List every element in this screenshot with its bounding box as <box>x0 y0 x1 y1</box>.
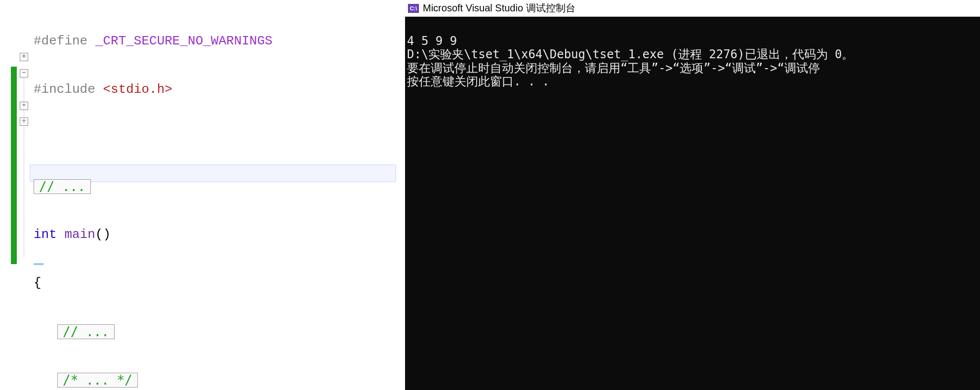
code-line[interactable]: { <box>34 275 335 291</box>
func-name-token: main <box>57 227 95 243</box>
outline-guide-line <box>24 78 24 257</box>
console-output[interactable]: 4 5 9 9 D:\实验夹\tset_1\x64\Debug\tset_1.e… <box>405 17 980 390</box>
line-end-marker <box>34 263 43 265</box>
include-token: <stdio.h> <box>95 81 172 98</box>
preproc-token: #define <box>34 33 87 49</box>
code-line[interactable]: int main () <box>34 227 335 243</box>
outline-toggle-plus-icon[interactable]: + <box>20 53 28 61</box>
collapsed-region[interactable]: /* ... */ <box>57 373 138 388</box>
code-line[interactable]: #include <stdio.h> <box>34 81 335 98</box>
collapsed-region[interactable]: // ... <box>34 179 91 194</box>
type-token: int <box>34 227 57 243</box>
console-titlebar[interactable]: C:\ Microsoft Visual Studio 调试控制台 <box>405 0 980 17</box>
code-area[interactable]: #define _CRT_SECURE_NO_WARNINGS #include… <box>34 1 335 390</box>
code-line[interactable] <box>34 130 335 146</box>
code-line[interactable]: /* ... */ <box>34 372 335 388</box>
brace-token: { <box>34 275 41 291</box>
code-editor[interactable]: + − + + #define _CRT_SECURE_NO_WARNINGS … <box>0 0 405 390</box>
outline-toggle-minus-icon[interactable]: − <box>20 69 28 78</box>
collapsed-region[interactable]: // ... <box>57 324 115 339</box>
macro-token: _CRT_SECURE_NO_WARNINGS <box>87 33 272 49</box>
console-app-icon: C:\ <box>408 4 419 13</box>
console-line: 要在调试停止时自动关闭控制台，请启用“工具”->“选项”->“调试”->“调试停 <box>407 61 820 75</box>
code-line[interactable]: // ... <box>34 178 335 195</box>
code-line[interactable]: #define _CRT_SECURE_NO_WARNINGS <box>34 33 335 49</box>
editor-gutter: + − + + <box>0 0 31 390</box>
preproc-token: #include <box>34 81 95 98</box>
debug-console-window: C:\ Microsoft Visual Studio 调试控制台 4 5 9 … <box>405 0 980 390</box>
punct-token: () <box>95 227 111 243</box>
console-line: 按任意键关闭此窗口. . . <box>407 75 549 88</box>
code-line[interactable]: // ... <box>34 323 335 340</box>
scope-indicator-bar <box>11 67 17 264</box>
console-title: Microsoft Visual Studio 调试控制台 <box>423 1 575 15</box>
console-line: D:\实验夹\tset_1\x64\Debug\tset_1.exe (进程 2… <box>407 47 854 61</box>
console-line: 4 5 9 9 <box>407 34 457 48</box>
